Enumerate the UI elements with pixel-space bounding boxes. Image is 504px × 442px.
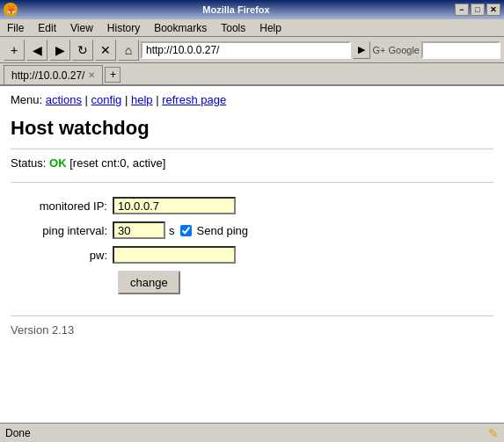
window-title: Mozilla Firefox <box>18 4 455 15</box>
google-label: G+ Google <box>372 45 420 55</box>
address-bar: ▶ <box>141 41 370 59</box>
version-text: Version 2.13 <box>11 323 493 337</box>
close-button[interactable]: ✕ <box>486 4 500 16</box>
nav-sep-2: | <box>125 93 128 106</box>
tab-bar: http://10.0.0.27/ ✕ + <box>0 63 504 86</box>
ping-controls: s Send ping <box>113 221 248 239</box>
menu-file[interactable]: File <box>4 20 27 36</box>
change-row: change <box>11 271 493 294</box>
nav-config-link[interactable]: config <box>91 93 122 106</box>
firefox-icon: 🦊 <box>4 3 18 17</box>
reload-button[interactable]: ↻ <box>72 40 93 61</box>
statusbar-text: Done <box>5 427 31 439</box>
statusbar-icon: ✎ <box>488 426 499 440</box>
pw-label: pw: <box>11 249 107 262</box>
menu-prefix: Menu: <box>11 93 42 106</box>
forward-button[interactable]: ▶ <box>49 40 70 61</box>
tab-label: http://10.0.0.27/ <box>11 69 84 82</box>
ping-interval-input[interactable] <box>113 221 165 239</box>
monitored-ip-input[interactable] <box>113 197 236 214</box>
back-button[interactable]: ◀ <box>26 40 47 61</box>
monitored-ip-row: monitored IP: <box>11 197 493 214</box>
pw-row: pw: <box>11 246 493 264</box>
page-content: Menu: actions | config | help | refresh … <box>0 86 504 423</box>
title-bar: 🦊 Mozilla Firefox − □ ✕ <box>0 0 504 19</box>
new-tab-button[interactable]: + <box>4 40 25 61</box>
ping-interval-label: ping interval: <box>11 224 107 237</box>
toolbar: + ◀ ▶ ↻ ✕ ⌂ ▶ G+ Google <box>0 37 504 63</box>
nav-help-link[interactable]: help <box>131 93 153 106</box>
menu-tools[interactable]: Tools <box>217 20 249 36</box>
address-input[interactable] <box>141 41 351 59</box>
tab-close-icon[interactable]: ✕ <box>88 70 95 80</box>
menu-bar: File Edit View History Bookmarks Tools H… <box>0 19 504 37</box>
status-line: Status: OK [reset cnt:0, active] <box>11 156 493 170</box>
home-button[interactable]: ⌂ <box>118 40 139 61</box>
change-button[interactable]: change <box>118 271 180 294</box>
nav-actions-link[interactable]: actions <box>46 93 82 106</box>
status-ok: OK <box>49 156 67 170</box>
divider-1 <box>11 149 493 149</box>
menu-edit[interactable]: Edit <box>34 20 60 36</box>
status-prefix: Status: <box>11 156 46 170</box>
menu-help[interactable]: Help <box>256 20 285 36</box>
send-ping-label: Send ping <box>197 224 249 237</box>
status-bar: Done ✎ <box>0 423 504 442</box>
add-tab-button[interactable]: + <box>105 67 121 83</box>
ping-unit: s <box>169 224 175 237</box>
monitored-ip-label: monitored IP: <box>11 199 107 213</box>
send-ping-checkbox[interactable] <box>180 225 192 236</box>
search-input[interactable] <box>421 41 500 59</box>
divider-2 <box>11 182 493 183</box>
title-bar-left: 🦊 <box>4 3 18 17</box>
divider-3 <box>11 315 493 316</box>
go-button[interactable]: ▶ <box>353 41 370 59</box>
pw-input[interactable] <box>113 246 236 264</box>
menu-bookmarks[interactable]: Bookmarks <box>150 20 210 36</box>
nav-sep-3: | <box>156 93 158 106</box>
window-controls: − □ ✕ <box>455 4 500 16</box>
maximize-button[interactable]: □ <box>471 4 485 16</box>
menu-view[interactable]: View <box>67 20 97 36</box>
form-section: monitored IP: ping interval: s Send ping… <box>11 190 493 308</box>
search-bar: G+ Google <box>372 41 500 59</box>
tab-main[interactable]: http://10.0.0.27/ ✕ <box>4 65 103 84</box>
nav-menu: Menu: actions | config | help | refresh … <box>11 93 493 106</box>
page-title: Host watchdog <box>11 117 493 140</box>
ping-interval-row: ping interval: s Send ping <box>11 221 493 239</box>
minimize-button[interactable]: − <box>455 4 469 16</box>
menu-history[interactable]: History <box>104 20 143 36</box>
nav-sep-1: | <box>85 93 88 106</box>
status-suffix: [reset cnt:0, active] <box>69 156 165 170</box>
stop-button[interactable]: ✕ <box>95 40 116 61</box>
nav-refresh-link[interactable]: refresh page <box>162 93 226 106</box>
